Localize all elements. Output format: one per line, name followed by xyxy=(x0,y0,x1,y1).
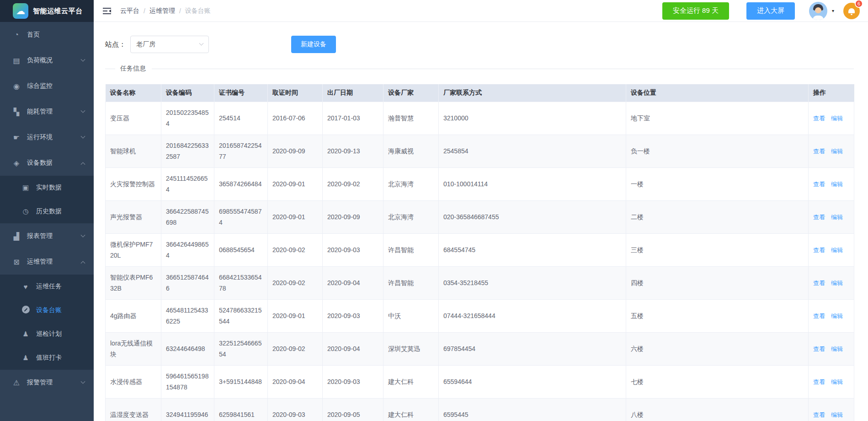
user-avatar[interactable] xyxy=(809,2,827,20)
view-link[interactable]: 查看 xyxy=(813,345,825,352)
submenu-ops: ♥ 运维任务 设备台账 ♟ 巡检计划 ♟ 值班打卡 xyxy=(0,275,94,370)
view-link[interactable]: 查看 xyxy=(813,378,825,385)
sidebar-item-realtime-data[interactable]: ▣ 实时数据 xyxy=(0,176,94,200)
cell-actions: 查看编辑 xyxy=(809,299,854,332)
view-link[interactable]: 查看 xyxy=(813,280,825,286)
sidebar-item-label: 实时数据 xyxy=(36,184,62,192)
wrench-circle-icon xyxy=(21,306,31,315)
edit-link[interactable]: 编辑 xyxy=(831,345,843,352)
divider-line xyxy=(152,69,854,69)
cell-code: 63244646498 xyxy=(161,332,214,365)
view-link[interactable]: 查看 xyxy=(813,148,825,155)
safe-run-days-button[interactable]: 安全运行 89 天 xyxy=(662,2,729,20)
cell-manufacturer: 建大仁科 xyxy=(383,365,439,398)
sidebar-item-label: 运行环境 xyxy=(27,133,53,141)
sidebar-item-alarms[interactable]: ⚠ 报警管理 xyxy=(0,370,94,395)
cell-factory_date: 2020-09-09 xyxy=(323,200,383,233)
cell-contact: 684554745 xyxy=(439,233,626,266)
cell-factory_date: 2017-01-03 xyxy=(323,102,383,135)
task-heart-icon: ♥ xyxy=(21,283,31,291)
cell-location: 七楼 xyxy=(626,365,809,398)
sidebar-item-label: 历史数据 xyxy=(36,207,62,216)
ops-tools-icon: ⊠ xyxy=(11,258,21,266)
cell-manufacturer: 许昌智能 xyxy=(383,233,439,266)
energy-grid-icon: ▚ xyxy=(11,108,21,116)
sidebar-item-ops-tasks[interactable]: ♥ 运维任务 xyxy=(0,275,94,298)
edit-link[interactable]: 编辑 xyxy=(831,411,843,418)
site-select-value: 老厂房 xyxy=(136,40,155,49)
topbar-right: 安全运行 89 天 进入大屏 ▾ 6 xyxy=(662,2,860,20)
sidebar-item-monitoring[interactable]: ◉ 综合监控 xyxy=(0,73,94,99)
cell-code: 3664264498654 xyxy=(161,233,214,266)
sidebar-item-home[interactable]: ◔ 首页 xyxy=(0,22,94,48)
cell-cert_date: 2020-09-09 xyxy=(268,135,323,167)
view-link[interactable]: 查看 xyxy=(813,411,825,418)
cell-cert_no: 6259841561 xyxy=(214,398,268,421)
sidebar-item-ops[interactable]: ⊠ 运维管理 xyxy=(0,249,94,275)
cell-manufacturer: 北京海湾 xyxy=(383,200,439,233)
new-device-button[interactable]: 新建设备 xyxy=(291,36,336,53)
cell-location: 一楼 xyxy=(626,167,809,200)
sidebar-item-label: 值班打卡 xyxy=(36,354,62,362)
cell-code: 4654811254336225 xyxy=(161,299,214,332)
sidebar-item-environment[interactable]: ☛ 运行环境 xyxy=(0,124,94,150)
cell-manufacturer: 瀚普智慧 xyxy=(383,102,439,135)
sidebar-item-label: 设备数据 xyxy=(27,159,53,167)
cell-manufacturer: 海康威视 xyxy=(383,135,439,167)
breadcrumb-item[interactable]: 云平台 xyxy=(120,7,139,15)
sidebar-item-device-ledger[interactable]: 设备台账 xyxy=(0,298,94,322)
column-header-factory_date: 出厂日期 xyxy=(323,84,383,102)
cell-code: 2451114526654 xyxy=(161,167,214,200)
sidebar-menu: ◔ 首页 ▤ 负荷概况 ◉ 综合监控 ▚ 能耗管理 ☛ 运行环境 ◈ 设备数据 … xyxy=(0,22,94,421)
breadcrumb-item[interactable]: 运维管理 xyxy=(149,7,175,15)
edit-link[interactable]: 编辑 xyxy=(831,378,843,385)
cell-factory_date: 2020-09-04 xyxy=(323,266,383,299)
sidebar-item-load[interactable]: ▤ 负荷概况 xyxy=(0,48,94,73)
edit-link[interactable]: 编辑 xyxy=(831,313,843,319)
user-menu-caret-icon[interactable]: ▾ xyxy=(832,8,834,13)
site-label: 站点： xyxy=(105,40,126,49)
site-select[interactable]: 老厂房 xyxy=(130,36,209,53)
cell-cert_date: 2020-09-01 xyxy=(268,299,323,332)
cell-contact: 65594644 xyxy=(439,365,626,398)
chevron-up-icon xyxy=(81,261,85,265)
enter-big-screen-button[interactable]: 进入大屏 xyxy=(746,2,795,20)
edit-link[interactable]: 编辑 xyxy=(831,115,843,122)
cell-cert_no: 66842153365478 xyxy=(214,266,268,299)
realtime-monitor-icon: ▣ xyxy=(21,184,31,192)
view-link[interactable]: 查看 xyxy=(813,181,825,188)
sidebar-item-inspection-plan[interactable]: ♟ 巡检计划 xyxy=(0,322,94,346)
edit-link[interactable]: 编辑 xyxy=(831,148,843,155)
view-link[interactable]: 查看 xyxy=(813,115,825,122)
cell-name: 变压器 xyxy=(106,102,161,135)
sidebar-item-energy[interactable]: ▚ 能耗管理 xyxy=(0,99,94,124)
cell-factory_date: 2020-09-13 xyxy=(323,135,383,167)
cell-actions: 查看编辑 xyxy=(809,135,854,167)
view-link[interactable]: 查看 xyxy=(813,214,825,221)
cell-cert_no: 524786633215544 xyxy=(214,299,268,332)
edit-link[interactable]: 编辑 xyxy=(831,247,843,254)
edit-link[interactable]: 编辑 xyxy=(831,280,843,286)
sidebar-item-history-data[interactable]: ◷ 历史数据 xyxy=(0,200,94,223)
sidebar-item-reports[interactable]: ▟ 报表管理 xyxy=(0,223,94,249)
cell-factory_date: 2020-09-02 xyxy=(323,167,383,200)
column-header-actions: 操作 xyxy=(809,84,854,102)
cell-name: 声光报警器 xyxy=(106,200,161,233)
sidebar-item-device-data[interactable]: ◈ 设备数据 xyxy=(0,150,94,176)
collapse-sidebar-icon[interactable] xyxy=(103,7,112,15)
column-header-location: 设备位置 xyxy=(626,84,809,102)
sidebar: ☁ 智能运维云平台 ◔ 首页 ▤ 负荷概况 ◉ 综合监控 ▚ 能耗管理 ☛ 运行… xyxy=(0,0,94,421)
sidebar-item-label: 设备台账 xyxy=(36,306,62,314)
sidebar-item-duty-checkin[interactable]: ♟ 值班打卡 xyxy=(0,346,94,370)
view-link[interactable]: 查看 xyxy=(813,247,825,254)
cell-cert_no: 6985554745874 xyxy=(214,200,268,233)
cell-cert_no: 0688545654 xyxy=(214,233,268,266)
column-header-code: 设备编码 xyxy=(161,84,214,102)
cell-cert_no: 254514 xyxy=(214,102,268,135)
view-link[interactable]: 查看 xyxy=(813,313,825,319)
cell-cert_no: 365874266484 xyxy=(214,167,268,200)
edit-link[interactable]: 编辑 xyxy=(831,181,843,188)
cell-name: 微机保护PMF720L xyxy=(106,233,161,266)
chevron-up-icon xyxy=(81,162,85,167)
edit-link[interactable]: 编辑 xyxy=(831,214,843,221)
